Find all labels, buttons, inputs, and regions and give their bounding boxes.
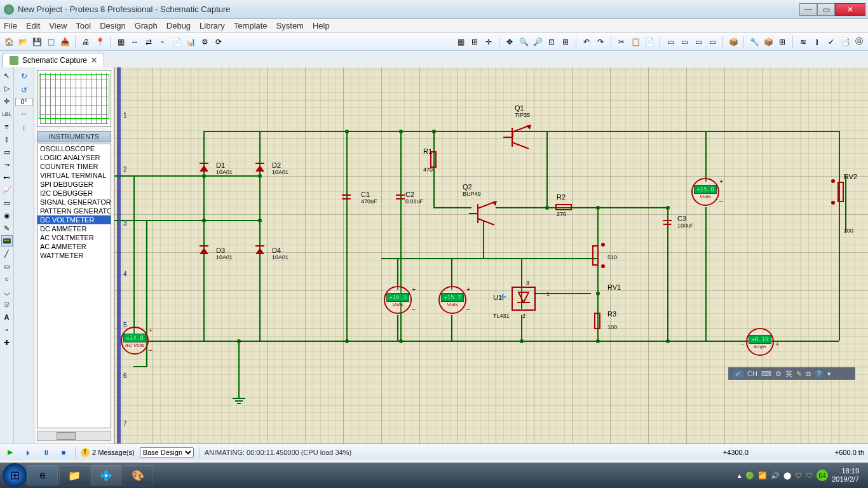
redo-icon[interactable]: ↷: [594, 36, 607, 48]
diode-d1[interactable]: [200, 163, 208, 172]
menu-view[interactable]: View: [49, 21, 67, 30]
ac-voltmeter[interactable]: +14.0 AC Volts +−: [121, 327, 149, 355]
refresh-icon[interactable]: ⟳: [212, 36, 225, 48]
zoom-region-icon[interactable]: ⊞: [559, 36, 572, 48]
package-icon[interactable]: 📦: [762, 36, 775, 48]
list-item[interactable]: SPI DEBUGGER: [37, 180, 111, 189]
marker2-icon[interactable]: ✚: [1, 337, 13, 348]
tray-shield-icon[interactable]: 🛡: [795, 471, 802, 479]
block-copy-icon[interactable]: ▭: [664, 36, 677, 48]
instrument-icon[interactable]: 📟: [1, 235, 13, 247]
tray-icon[interactable]: 🟢: [745, 471, 754, 480]
system-tray[interactable]: ▴ 🟢 📶 🔊 ⬤ 🛡 🛡 64 18:19 2019/2/7: [738, 467, 865, 484]
save-region-icon[interactable]: ⬚: [44, 36, 57, 48]
list-item[interactable]: OSCILLOSCOPE: [37, 144, 111, 153]
rotate-ccw-icon[interactable]: ↺: [17, 84, 31, 97]
origin-icon[interactable]: ✛: [482, 36, 495, 48]
sheet-icon[interactable]: 📄: [170, 36, 183, 48]
flip-v-icon[interactable]: ↕: [17, 121, 31, 134]
list-item[interactable]: SIGNAL GENERATOR: [37, 198, 111, 207]
marker-icon[interactable]: 📍: [93, 36, 106, 48]
grid-icon[interactable]: ▦: [114, 36, 127, 48]
pick-icon[interactable]: 📦: [727, 36, 740, 48]
list-item[interactable]: VIRTUAL TERMINAL: [37, 171, 111, 180]
menu-tool[interactable]: Tool: [76, 21, 91, 30]
pot-rv1[interactable]: [592, 245, 599, 266]
rotate-cw-icon[interactable]: ↻: [17, 70, 31, 83]
circle-icon[interactable]: ○: [1, 273, 13, 285]
pin-icon[interactable]: ⊷: [1, 172, 13, 183]
menu-help[interactable]: Help: [313, 21, 330, 30]
dc-voltmeter-2[interactable]: +15.7 Volts +−: [438, 286, 466, 314]
junction-icon[interactable]: ✛: [1, 95, 13, 107]
tray-badge[interactable]: 64: [817, 470, 828, 481]
list-item[interactable]: WATTMETER: [37, 251, 111, 260]
taskbar-ie-icon[interactable]: e: [27, 465, 58, 485]
pot-rv2[interactable]: [837, 182, 844, 202]
ime-icon[interactable]: ⚙: [775, 370, 782, 378]
taskbar[interactable]: ⊞ e 📁 💠 🎨 ▴ 🟢 📶 🔊 ⬤ 🛡 🛡 64 18:19 2019/2/…: [0, 463, 868, 488]
arc-icon[interactable]: ◡: [1, 286, 13, 297]
taskbar-paint-icon[interactable]: 🎨: [123, 465, 153, 485]
menu-file[interactable]: File: [4, 21, 17, 30]
tray-shield2-icon[interactable]: 🛡: [806, 471, 813, 479]
menu-system[interactable]: System: [276, 21, 304, 30]
block-rotate-icon[interactable]: ▭: [692, 36, 705, 48]
zoom-out-icon[interactable]: 🔎: [531, 36, 544, 48]
open-icon[interactable]: 📂: [17, 36, 29, 48]
graph-icon[interactable]: 📈: [1, 184, 13, 196]
report-icon[interactable]: 📑: [839, 36, 851, 48]
symbol-icon[interactable]: ▫: [1, 324, 13, 336]
tray-chevron-icon[interactable]: ▴: [738, 471, 742, 480]
dc-voltmeter-3[interactable]: +15.0 Volts +−: [691, 178, 719, 206]
list-item[interactable]: I2C DEBUGGER: [37, 189, 111, 198]
script-icon[interactable]: ≡: [1, 121, 13, 132]
list-item[interactable]: AC AMMETER: [37, 242, 111, 251]
erc-icon[interactable]: ✓: [825, 36, 837, 48]
diode-d4[interactable]: [255, 245, 264, 254]
mirror-icon[interactable]: ⇄: [142, 36, 155, 48]
play-button[interactable]: ▶: [4, 446, 17, 459]
tray-icon[interactable]: ⬤: [783, 471, 791, 480]
net-icon[interactable]: ⫿: [811, 36, 824, 48]
text-icon[interactable]: A: [1, 311, 13, 323]
zoom-in-icon[interactable]: 🔍: [517, 36, 530, 48]
print-icon[interactable]: 🖨: [79, 36, 92, 48]
bus-icon[interactable]: ⫿: [1, 133, 13, 145]
diode-d2[interactable]: [255, 163, 264, 172]
menu-library[interactable]: Library: [200, 21, 225, 30]
copy-icon[interactable]: 📋: [629, 36, 642, 48]
select-icon[interactable]: ↖: [1, 70, 13, 81]
ime-icon[interactable]: ⌨: [761, 370, 771, 378]
resistor-r3[interactable]: [594, 313, 600, 329]
pan-icon[interactable]: ✥: [503, 36, 516, 48]
import-icon[interactable]: 📥: [58, 36, 71, 48]
close-button[interactable]: ✕: [835, 3, 865, 16]
resistor-r2[interactable]: [555, 204, 572, 210]
zoom-fit-icon[interactable]: ⊡: [545, 36, 558, 48]
ime-icon[interactable]: ⧉: [806, 370, 811, 378]
list-item[interactable]: DC VOLTMETER: [37, 215, 111, 224]
design-select[interactable]: Base Design: [140, 447, 194, 458]
tool-a-icon[interactable]: ▫: [156, 36, 169, 48]
overview-panel[interactable]: [37, 70, 111, 127]
minimize-button[interactable]: —: [799, 3, 817, 16]
menu-graph[interactable]: Graph: [135, 21, 158, 30]
pause-button[interactable]: ⏸: [39, 446, 52, 459]
terminal-icon[interactable]: ⊸: [1, 159, 13, 170]
line-icon[interactable]: ╱: [1, 248, 13, 259]
tape-icon[interactable]: ▭: [1, 197, 13, 208]
save-icon[interactable]: 💾: [31, 36, 43, 48]
start-button[interactable]: ⊞: [3, 463, 27, 487]
taskbar-explorer-icon[interactable]: 📁: [59, 465, 90, 485]
tab-close-icon[interactable]: ✕: [91, 56, 97, 65]
block-move-icon[interactable]: ▭: [678, 36, 691, 48]
stop-button[interactable]: ■: [57, 446, 70, 459]
flip-h-icon[interactable]: ↔: [17, 107, 31, 120]
gen-icon[interactable]: ◉: [1, 210, 13, 221]
path-icon[interactable]: ⦾: [1, 299, 13, 310]
tray-volume-icon[interactable]: 🔊: [771, 471, 780, 480]
wire-icon[interactable]: ≋: [797, 36, 810, 48]
menu-debug[interactable]: Debug: [166, 21, 191, 30]
taskbar-clock[interactable]: 18:19 2019/2/7: [832, 467, 859, 484]
